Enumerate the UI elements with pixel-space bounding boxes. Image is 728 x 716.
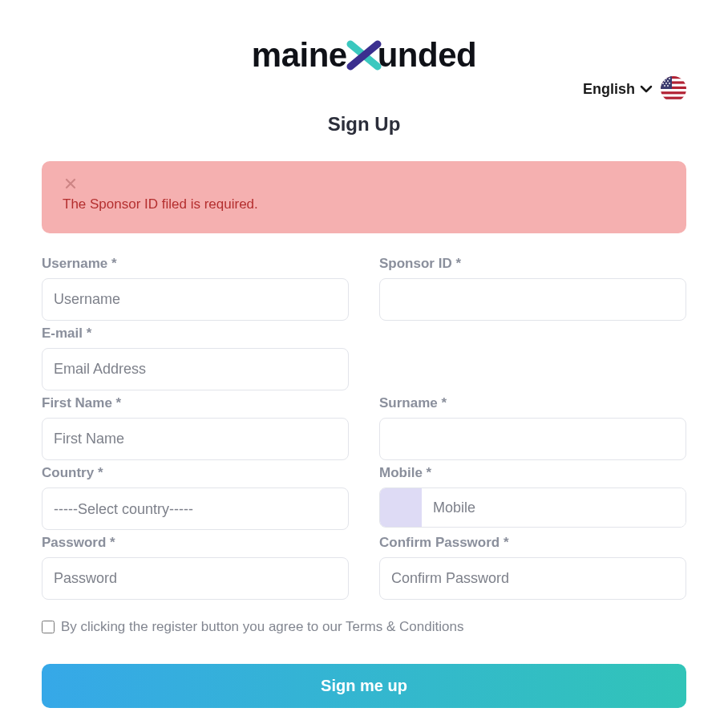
language-label: English [583,81,635,98]
sign-up-button[interactable]: Sign me up [42,664,686,708]
svg-point-7 [662,78,664,79]
chevron-down-icon [640,84,653,94]
svg-point-11 [667,80,669,82]
sponsor-id-label: Sponsor ID * [379,256,686,272]
language-selector[interactable]: English [583,81,653,98]
terms-checkbox[interactable] [42,621,55,633]
svg-point-16 [667,85,669,87]
page-title: Sign Up [42,113,686,136]
svg-point-14 [669,83,670,84]
surname-label: Surname * [379,395,686,411]
alert-message: The Sponsor ID filed is required. [63,196,665,212]
mobile-country-prefix[interactable] [380,488,422,527]
password-input[interactable] [42,557,349,600]
mobile-label: Mobile * [379,465,686,481]
svg-rect-4 [661,91,686,94]
country-label: Country * [42,465,349,481]
svg-point-12 [662,83,664,84]
confirm-password-input[interactable] [379,557,686,600]
logo-text-1: maine [252,36,347,75]
first-name-label: First Name * [42,395,349,411]
country-select[interactable]: -----Select country----- [42,487,349,530]
email-label: E-mail * [42,326,349,342]
svg-point-13 [665,83,667,84]
mobile-input[interactable] [422,488,686,527]
terms-text: By clicking the register button you agre… [61,619,463,635]
close-icon[interactable] [63,176,79,192]
confirm-password-label: Confirm Password * [379,535,686,551]
svg-point-9 [669,78,670,79]
password-label: Password * [42,535,349,551]
username-label: Username * [42,256,349,272]
svg-point-10 [664,80,665,82]
logo-text-2: unded [378,36,476,75]
sponsor-id-input[interactable] [379,278,686,321]
username-input[interactable] [42,278,349,321]
surname-input[interactable] [379,418,686,460]
svg-point-8 [665,78,667,79]
svg-rect-5 [661,97,686,99]
svg-point-15 [664,85,665,87]
first-name-input[interactable] [42,418,349,460]
email-input[interactable] [42,348,349,390]
error-alert: The Sponsor ID filed is required. [42,161,686,233]
brand-logo: maine unded [42,36,686,75]
flag-us-icon [661,76,686,102]
